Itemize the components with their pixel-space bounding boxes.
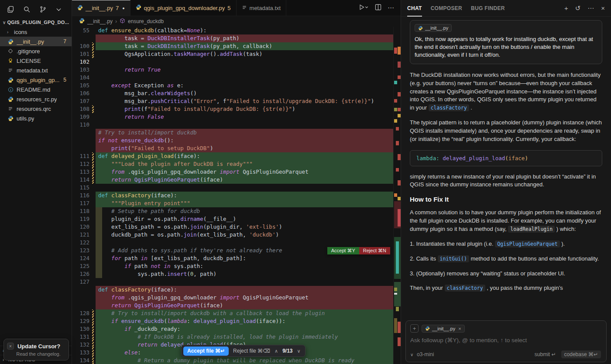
gutter-change-indicator: [91, 357, 96, 364]
gutter-change-indicator: [91, 215, 96, 223]
sidebar-item--gitignore[interactable]: .gitignore: [0, 46, 72, 56]
code-lines: 55def ensure_duckdb(callback=None): task…: [72, 27, 401, 364]
sidebar-item-resources-rc-py[interactable]: resources_rc.py: [0, 94, 72, 104]
sidebar-item-license[interactable]: LICENSE: [0, 56, 72, 65]
tab--init-py[interactable]: __init__.py7●: [72, 0, 130, 16]
line-number: 121: [72, 231, 91, 239]
line-number: 119: [72, 215, 91, 223]
gutter-change-indicator: [91, 42, 96, 50]
chat-messages: __init__.py Ok, this now appears to tota…: [401, 17, 611, 319]
reject-hunk-button[interactable]: Reject ⌘N: [359, 247, 390, 254]
sidebar-item-readme-md[interactable]: README.md: [0, 85, 72, 94]
accept-file-button[interactable]: Accept file ⌘↵: [183, 347, 229, 356]
code-line-104: 104: [72, 74, 401, 82]
model-selector[interactable]: ∨ o3-mini: [410, 351, 434, 357]
code-line-deleted: print("Failed to setup DuckDB"): [72, 144, 401, 152]
line-number: 109: [72, 113, 91, 121]
tab-composer[interactable]: COMPOSER: [431, 0, 462, 17]
tab-qgis-plugin-gpq-downloader-py[interactable]: qgis_plugin_gpq_downloader.py5: [130, 0, 237, 16]
gutter-change-indicator: [91, 341, 96, 349]
code-line-128: 128 # Try to install/import duckdb with …: [72, 309, 401, 317]
close-icon[interactable]: ×: [601, 4, 605, 12]
history-icon[interactable]: ↺: [575, 4, 581, 12]
source-control-icon[interactable]: [39, 6, 47, 13]
gutter-change-indicator: [91, 302, 96, 309]
line-number: 114: [72, 176, 91, 184]
sidebar-item-utils-py[interactable]: utils.py: [0, 113, 72, 123]
context-file-chip[interactable]: __init__.py ×: [422, 325, 465, 333]
line-number: 106: [72, 89, 91, 97]
gutter-change-indicator: [91, 349, 96, 357]
chat-header: CHAT COMPOSER BUG FINDER + ↺ ⋯ ×: [401, 0, 611, 17]
text-file-icon: [7, 106, 14, 111]
line-number: 112: [72, 160, 91, 168]
line-number: 108: [72, 105, 91, 113]
sidebar-item-qgis-plugin-gp-[interactable]: qgis_plugin_gp...5: [0, 75, 72, 85]
chevron-down-icon: ∨: [410, 352, 415, 357]
tab-bug-finder[interactable]: BUG FINDER: [471, 0, 505, 17]
explorer-root-header[interactable]: ∨ QGIS_PLUGIN_GPQ_DO...: [0, 18, 72, 27]
file-chip[interactable]: __init__.py: [415, 24, 452, 32]
add-context-button[interactable]: +: [410, 324, 419, 333]
chat-input-box[interactable]: + __init__.py × Ask followup (⌘Y), @ to …: [405, 320, 607, 362]
gutter-change-indicator: [91, 152, 96, 160]
next-diff-icon[interactable]: ∨: [297, 348, 301, 354]
gutter-change-indicator: [91, 294, 96, 302]
sidebar-item-icons[interactable]: ›icons: [0, 27, 72, 37]
sidebar-item-resources-qrc[interactable]: resources.qrc: [0, 104, 72, 113]
chat-block: How to Fix It: [410, 196, 602, 203]
breadcrumb[interactable]: __init__.py › ensure_duckdb: [72, 16, 401, 27]
code-line-110: 110: [72, 121, 401, 129]
line-number: 104: [72, 74, 91, 82]
line-number: [72, 34, 91, 42]
remove-chip-icon[interactable]: ×: [458, 326, 461, 331]
line-number: 110: [72, 121, 91, 129]
project-root-label: QGIS_PLUGIN_GPQ_DO...: [7, 20, 69, 25]
more-icon[interactable]: ⋯: [587, 4, 594, 12]
code-line-55: 55def ensure_duckdb(callback=None):: [72, 27, 401, 34]
run-icon[interactable]: [359, 4, 369, 12]
accept-hunk-button[interactable]: Accept ⌘Y: [327, 247, 359, 254]
code-line-114: 114 return QgisPluginGeoParquet(iface): [72, 176, 401, 184]
chevron-down-icon[interactable]: [55, 6, 62, 13]
submit-button[interactable]: submit ↵: [535, 351, 556, 357]
prev-diff-icon[interactable]: ∧: [275, 348, 278, 354]
more-icon[interactable]: ⋯: [388, 4, 395, 12]
line-number: [72, 286, 91, 294]
split-editor-icon[interactable]: [375, 4, 381, 12]
python-icon: [7, 96, 14, 102]
close-icon[interactable]: ×: [7, 343, 14, 350]
files-icon[interactable]: [7, 6, 14, 13]
diff-review-bar: Accept file ⌘↵ Reject file ⌘⌫ ∧ 9/13 ∨: [181, 345, 306, 357]
sidebar: ∨ QGIS_PLUGIN_GPQ_DO... ›icons__init__.p…: [0, 0, 72, 364]
gutter-change-indicator: [91, 207, 96, 215]
plus-icon[interactable]: +: [564, 4, 568, 12]
notification-changelog-link[interactable]: Read the changelog.: [7, 351, 65, 357]
dirty-indicator[interactable]: ●: [122, 6, 124, 10]
line-number: 118: [72, 207, 91, 215]
code-line-109: 109 return False: [72, 113, 401, 121]
line-number: 129: [72, 317, 91, 325]
gutter-change-indicator: [91, 309, 96, 317]
reject-file-button[interactable]: Reject file ⌘⌫: [233, 348, 270, 354]
search-icon[interactable]: [23, 6, 31, 13]
tab-strip: __init__.py7●qgis_plugin_gpq_downloader.…: [72, 0, 286, 16]
chat-input-placeholder[interactable]: Ask followup (⌘Y), @ to mention, ↑ to se…: [410, 337, 602, 343]
gutter-change-indicator: [91, 137, 96, 144]
update-cursor-notification: × Update Cursor? Read the changelog.: [3, 339, 69, 361]
tab-chat[interactable]: CHAT: [407, 0, 422, 17]
sidebar-item--init-py[interactable]: __init__.py7: [0, 37, 72, 46]
code-line-103: 103 return True: [72, 66, 401, 74]
tab-metadata-txt[interactable]: metadata.txt: [237, 0, 287, 16]
inline-diff-actions: Accept ⌘Y Reject ⌘N: [327, 247, 390, 254]
overview-ruler[interactable]: [393, 27, 401, 364]
chat-panel: CHAT COMPOSER BUG FINDER + ↺ ⋯ × __init_…: [401, 0, 611, 364]
code-editor[interactable]: 55def ensure_duckdb(callback=None): task…: [72, 27, 401, 364]
line-number: 122: [72, 239, 91, 247]
code-line-107: 107 msg_bar.pushCritical("Error", f"Fail…: [72, 97, 401, 105]
sidebar-item-metadata-txt[interactable]: metadata.txt: [0, 65, 72, 75]
gutter-change-indicator: [91, 192, 96, 199]
notification-title: Update Cursor?: [7, 343, 65, 350]
codebase-button[interactable]: codebase ⌘↵: [561, 350, 601, 358]
line-number: 102: [72, 58, 91, 66]
